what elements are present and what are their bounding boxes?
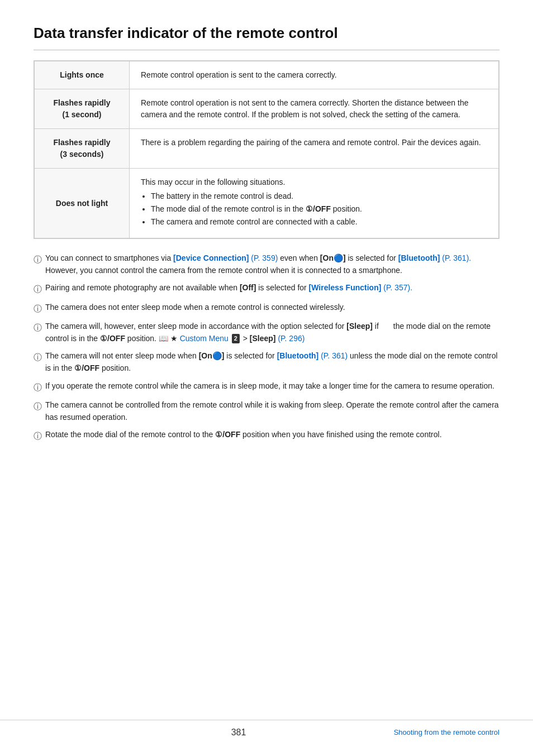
note-text-2: Pairing and remote photography are not a… — [45, 282, 499, 294]
does-not-light-list: The battery in the remote control is dea… — [151, 190, 487, 228]
device-connection-link[interactable]: [Device Connection] — [173, 253, 249, 262]
power-off-symbol-4: ①/OFF — [100, 334, 125, 343]
note-3: ⓘ The camera does not enter sleep mode w… — [34, 302, 499, 315]
notes-section: ⓘ You can connect to smartphones via [De… — [34, 252, 499, 443]
bluetooth-page-1: (P. 361). — [442, 253, 471, 262]
table-row: Flashes rapidly(1 second) Remote control… — [35, 89, 499, 129]
note-icon-8: ⓘ — [34, 429, 42, 442]
desc-flashes-3sec: There is a problem regarding the pairing… — [141, 138, 481, 147]
note-5: ⓘ The camera will not enter sleep mode w… — [34, 350, 499, 374]
list-item: The camera and remote control are connec… — [151, 216, 487, 228]
list-item: The battery in the remote control is dea… — [151, 190, 487, 202]
section-link: Shooting from the remote control — [360, 727, 499, 738]
bluetooth-link-5[interactable]: [Bluetooth] — [277, 351, 319, 360]
bluetooth-link-1[interactable]: [Bluetooth] — [398, 253, 440, 262]
indicator-table: Lights once Remote control operation is … — [34, 60, 499, 239]
note-6: ⓘ If you operate the remote control whil… — [34, 380, 499, 394]
note-text-4: The camera will, however, enter sleep mo… — [45, 320, 499, 344]
note-7: ⓘ The camera cannot be controlled from t… — [34, 399, 499, 423]
wireless-page: (P. 357). — [383, 283, 412, 292]
note-text-1: You can connect to smartphones via [Devi… — [45, 252, 499, 276]
list-item: The mode dial of the remote control is i… — [151, 203, 487, 215]
note-text-3: The camera does not enter sleep mode whe… — [45, 302, 499, 314]
custom-menu-box: 2 — [232, 334, 240, 343]
table-label-cell: Flashes rapidly(3 seconds) — [35, 129, 130, 169]
wireless-function-link[interactable]: [Wireless Function] — [309, 283, 382, 292]
power-off-symbol: ①/OFF — [306, 204, 331, 213]
note-icon-4: ⓘ — [34, 321, 42, 334]
bluetooth-page-5: (P. 361) — [321, 351, 348, 360]
note-icon-6: ⓘ — [34, 381, 42, 394]
label-lights-once: Lights once — [60, 70, 104, 79]
note-icon-5: ⓘ — [34, 351, 42, 363]
page-number: 381 — [117, 726, 360, 739]
note-icon-3: ⓘ — [34, 302, 42, 315]
label-does-not-light: Does not light — [56, 199, 108, 208]
section-link-anchor[interactable]: Shooting from the remote control — [394, 728, 499, 736]
note-icon-1: ⓘ — [34, 253, 42, 266]
desc-lights-once: Remote control operation is sent to the … — [141, 70, 337, 79]
table-desc-cell: Remote control operation is not sent to … — [130, 89, 499, 129]
note-icon-2: ⓘ — [34, 283, 42, 295]
label-flashes-1sec: Flashes rapidly(1 second) — [54, 98, 111, 119]
note-text-6: If you operate the remote control while … — [45, 380, 499, 393]
note-2: ⓘ Pairing and remote photography are not… — [34, 282, 499, 295]
custom-menu-text: Custom Menu — [180, 334, 229, 343]
note-4-continuation: the mode dial on the remote control is i… — [45, 322, 491, 343]
note-text-5: The camera will not enter sleep mode whe… — [45, 350, 499, 374]
note-text-8: Rotate the mode dial of the remote contr… — [45, 429, 499, 441]
sleep-page: (P. 296) — [278, 334, 304, 343]
power-off-symbol-5: ①/OFF — [74, 363, 99, 372]
table-row: Does not light This may occur in the fol… — [35, 169, 499, 238]
note-4: ⓘ The camera will, however, enter sleep … — [34, 320, 499, 344]
table-desc-cell: There is a problem regarding the pairing… — [130, 129, 499, 169]
table-label-cell: Does not light — [35, 169, 130, 238]
power-off-symbol-8: ①/OFF — [215, 430, 240, 439]
sleep-bold: [Sleep] — [346, 322, 373, 331]
device-connection-page: (P. 359) — [251, 253, 278, 262]
on-bluetooth-bold-5: [On🔵] — [199, 351, 225, 360]
note-icon-7: ⓘ — [34, 400, 42, 413]
table-label-cell: Flashes rapidly(1 second) — [35, 89, 130, 129]
page-footer: 381 Shooting from the remote control — [0, 720, 533, 739]
note-text-7: The camera cannot be controlled from the… — [45, 399, 499, 423]
table-row: Flashes rapidly(3 seconds) There is a pr… — [35, 129, 499, 169]
label-flashes-3sec: Flashes rapidly(3 seconds) — [54, 138, 111, 159]
note-8: ⓘ Rotate the mode dial of the remote con… — [34, 429, 499, 442]
table-desc-cell: Remote control operation is sent to the … — [130, 61, 499, 89]
table-label-cell: Lights once — [35, 61, 130, 89]
table-row: Lights once Remote control operation is … — [35, 61, 499, 89]
desc-does-not-light-intro: This may occur in the following situatio… — [141, 178, 285, 186]
desc-flashes-1sec: Remote control operation is not sent to … — [141, 98, 469, 119]
on-bluetooth-bold: [On🔵] — [320, 253, 346, 262]
off-bold: [Off] — [240, 283, 256, 292]
note-1: ⓘ You can connect to smartphones via [De… — [34, 252, 499, 276]
table-desc-cell: This may occur in the following situatio… — [130, 169, 499, 238]
page-title: Data transfer indicator of the remote co… — [34, 22, 499, 50]
sleep-bold-2: [Sleep] — [250, 334, 276, 343]
